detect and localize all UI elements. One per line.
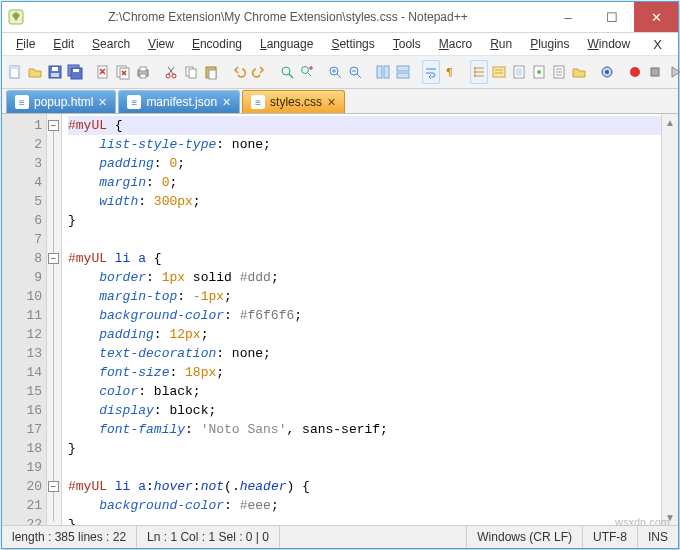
svg-point-22 bbox=[302, 67, 309, 74]
line-number: 11 bbox=[2, 306, 42, 325]
copy-button[interactable] bbox=[182, 60, 200, 84]
svg-rect-2 bbox=[10, 66, 19, 69]
paste-button[interactable] bbox=[202, 60, 220, 84]
menu-language[interactable]: Language bbox=[252, 35, 321, 53]
line-number: 22 bbox=[2, 515, 42, 525]
close-all-button[interactable] bbox=[114, 60, 132, 84]
record-macro-button[interactable] bbox=[626, 60, 644, 84]
function-list-button[interactable] bbox=[550, 60, 568, 84]
fold-toggle[interactable]: − bbox=[48, 481, 59, 492]
status-ins: INS bbox=[638, 526, 678, 548]
svg-rect-8 bbox=[73, 69, 79, 72]
line-number: 5 bbox=[2, 192, 42, 211]
line-number: 16 bbox=[2, 401, 42, 420]
line-number: 12 bbox=[2, 325, 42, 344]
tab-styles-css[interactable]: ≡styles.css✕ bbox=[242, 90, 345, 113]
svg-rect-18 bbox=[189, 69, 196, 78]
zoom-in-button[interactable] bbox=[326, 60, 344, 84]
open-file-button[interactable] bbox=[26, 60, 44, 84]
user-lang-button[interactable] bbox=[490, 60, 508, 84]
menu-window[interactable]: Window bbox=[580, 35, 639, 53]
tab-popup-html[interactable]: ≡popup.html✕ bbox=[6, 90, 116, 113]
svg-rect-14 bbox=[140, 74, 146, 78]
save-button[interactable] bbox=[46, 60, 64, 84]
svg-rect-27 bbox=[397, 66, 409, 71]
redo-button[interactable] bbox=[250, 60, 268, 84]
menubar: FileEditSearchViewEncodingLanguageSettin… bbox=[2, 33, 678, 56]
svg-rect-4 bbox=[52, 67, 58, 71]
line-number: 15 bbox=[2, 382, 42, 401]
svg-point-21 bbox=[282, 67, 290, 75]
minimize-button[interactable]: – bbox=[546, 2, 590, 32]
svg-rect-13 bbox=[140, 67, 146, 71]
sync-vscroll-button[interactable] bbox=[374, 60, 392, 84]
word-wrap-button[interactable] bbox=[422, 60, 440, 84]
tab-label: styles.css bbox=[270, 95, 322, 109]
menu-run[interactable]: Run bbox=[482, 35, 520, 53]
find-button[interactable] bbox=[278, 60, 296, 84]
vertical-scrollbar[interactable]: ▲ ▼ bbox=[661, 114, 678, 525]
stop-macro-button[interactable] bbox=[646, 60, 664, 84]
tab-manifest-json[interactable]: ≡manifest.json✕ bbox=[118, 90, 240, 113]
menu-extra[interactable]: X bbox=[643, 35, 672, 54]
monitor-button[interactable] bbox=[598, 60, 616, 84]
svg-rect-26 bbox=[384, 66, 389, 78]
line-number: 8 bbox=[2, 249, 42, 268]
code-editor[interactable]: #myUL { list-style-type: none; padding: … bbox=[62, 114, 661, 525]
undo-button[interactable] bbox=[230, 60, 248, 84]
svg-rect-20 bbox=[209, 70, 216, 79]
play-macro-button[interactable] bbox=[666, 60, 680, 84]
doc-map-button[interactable] bbox=[510, 60, 528, 84]
fold-toggle[interactable]: − bbox=[48, 120, 59, 131]
tab-close-icon[interactable]: ✕ bbox=[327, 96, 336, 109]
tab-label: popup.html bbox=[34, 95, 93, 109]
svg-point-34 bbox=[537, 70, 541, 74]
fold-toggle[interactable]: − bbox=[48, 253, 59, 264]
show-all-chars-button[interactable]: ¶ bbox=[442, 60, 460, 84]
app-icon bbox=[8, 9, 24, 25]
cut-button[interactable] bbox=[162, 60, 180, 84]
close-file-button[interactable] bbox=[94, 60, 112, 84]
line-number: 18 bbox=[2, 439, 42, 458]
menu-file[interactable]: File bbox=[8, 35, 43, 53]
menu-macro[interactable]: Macro bbox=[431, 35, 480, 53]
menu-settings[interactable]: Settings bbox=[323, 35, 382, 53]
sync-hscroll-button[interactable] bbox=[394, 60, 412, 84]
menu-search[interactable]: Search bbox=[84, 35, 138, 53]
fold-gutter: −−− bbox=[46, 114, 62, 525]
scroll-up-icon[interactable]: ▲ bbox=[662, 114, 678, 130]
menu-edit[interactable]: Edit bbox=[45, 35, 82, 53]
file-icon: ≡ bbox=[15, 95, 29, 109]
close-button[interactable]: ✕ bbox=[634, 2, 678, 32]
tab-close-icon[interactable]: ✕ bbox=[222, 96, 231, 109]
indent-guide-button[interactable] bbox=[470, 60, 488, 84]
line-number: 6 bbox=[2, 211, 42, 230]
toolbar: ¶ bbox=[2, 56, 678, 89]
zoom-out-button[interactable] bbox=[346, 60, 364, 84]
maximize-button[interactable]: ☐ bbox=[590, 2, 634, 32]
new-file-button[interactable] bbox=[6, 60, 24, 84]
window-title: Z:\Chrome Extension\My Chrome Extension\… bbox=[30, 10, 546, 24]
folder-view-button[interactable] bbox=[570, 60, 588, 84]
tab-close-icon[interactable]: ✕ bbox=[98, 96, 107, 109]
svg-rect-32 bbox=[516, 68, 522, 76]
menu-plugins[interactable]: Plugins bbox=[522, 35, 577, 53]
file-icon: ≡ bbox=[127, 95, 141, 109]
save-all-button[interactable] bbox=[66, 60, 84, 84]
menu-view[interactable]: View bbox=[140, 35, 182, 53]
line-number: 21 bbox=[2, 496, 42, 515]
status-length: length : 385 lines : 22 bbox=[2, 526, 137, 548]
svg-rect-39 bbox=[651, 68, 659, 76]
tabbar: ≡popup.html✕≡manifest.json✕≡styles.css✕ bbox=[2, 89, 678, 114]
print-button[interactable] bbox=[134, 60, 152, 84]
replace-button[interactable] bbox=[298, 60, 316, 84]
menu-encoding[interactable]: Encoding bbox=[184, 35, 250, 53]
status-position: Ln : 1 Col : 1 Sel : 0 | 0 bbox=[137, 526, 280, 548]
menu-tools[interactable]: Tools bbox=[385, 35, 429, 53]
line-number: 17 bbox=[2, 420, 42, 439]
statusbar: length : 385 lines : 22 Ln : 1 Col : 1 S… bbox=[2, 525, 678, 548]
scroll-down-icon[interactable]: ▼ bbox=[662, 509, 678, 525]
svg-point-38 bbox=[630, 67, 640, 77]
doc-list-button[interactable] bbox=[530, 60, 548, 84]
svg-rect-25 bbox=[377, 66, 382, 78]
